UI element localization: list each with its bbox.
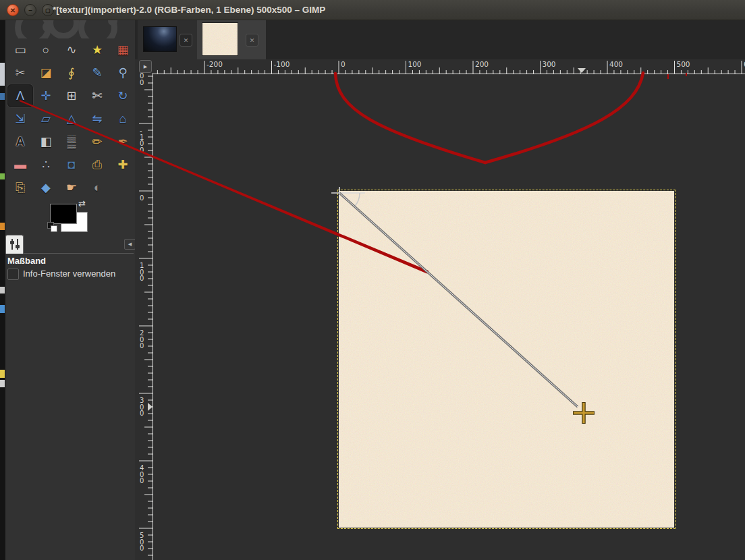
svg-text:0: 0 (140, 79, 144, 86)
select-by-color-icon: ▦ (117, 43, 128, 57)
tool-airbrush[interactable]: ∴ (33, 153, 59, 176)
rotate-icon: ↻ (117, 88, 128, 103)
svg-text:400: 400 (609, 60, 623, 68)
scissors-select-icon: ✂ (15, 65, 25, 80)
tool-options-title: Maßband (7, 256, 46, 266)
tool-options-tab[interactable] (5, 235, 24, 254)
tool-shear[interactable]: ▱ (33, 107, 59, 130)
dock-collapse-button[interactable]: ◀ (124, 239, 136, 250)
foreground-select-icon: ◪ (40, 65, 51, 80)
tool-grid: ▭○∿★▦✂◪∮✎⚲Λ✛⊞✄↻⇲▱△⇋⌂A◧▒✏✒▬∴◘⎙✚⎘◆☛◐ (7, 38, 136, 199)
image-thumbnail-texture (202, 23, 238, 55)
tool-eraser[interactable]: ▬ (7, 153, 33, 176)
tool-measure[interactable]: Λ (7, 84, 33, 107)
tool-ellipse-select[interactable]: ○ (33, 38, 59, 61)
svg-text:300: 300 (543, 60, 556, 68)
tool-color-picker[interactable]: ✎ (84, 61, 110, 84)
bucket-fill-icon: ◧ (40, 134, 51, 149)
paths-icon: ∮ (68, 65, 74, 80)
svg-text:-100: -100 (274, 60, 290, 68)
close-tab-icon[interactable]: ✕ (246, 34, 258, 47)
horizontal-ruler[interactable]: -200-1000100200300400500600 (153, 59, 745, 74)
text-icon: A (16, 135, 25, 149)
wilber-logo (5, 20, 131, 38)
dodge-burn-icon: ◐ (94, 181, 101, 195)
image-tab-dark-scene[interactable]: ✕ (138, 20, 197, 59)
vertical-ruler[interactable]: 00-1000100200300400500 (135, 73, 153, 560)
move-icon: ✛ (40, 88, 51, 103)
ink-icon: ◘ (68, 158, 76, 172)
eraser-icon: ▬ (14, 158, 26, 172)
measure-icon: Λ (16, 89, 24, 103)
svg-text:0: 0 (140, 477, 144, 484)
svg-text:0: 0 (140, 275, 144, 282)
foreground-color-swatch[interactable] (50, 204, 77, 224)
tool-paths[interactable]: ∮ (59, 61, 84, 84)
flip-icon: ⇋ (92, 111, 102, 126)
tool-scissors-select[interactable]: ✂ (7, 61, 33, 84)
gimp-window: ✕ – ▢ *[textur](importiert)-2.0 (RGB-Far… (0, 0, 745, 560)
close-tab-icon[interactable]: ✕ (180, 34, 192, 47)
tool-crop[interactable]: ✄ (84, 84, 110, 107)
align-icon: ⊞ (66, 88, 76, 103)
zoom-icon: ⚲ (118, 65, 127, 80)
tool-move[interactable]: ✛ (33, 84, 59, 107)
svg-text:-200: -200 (206, 60, 223, 68)
tool-perspective-clone[interactable]: ⎘ (7, 176, 33, 199)
tool-foreground-select[interactable]: ◪ (33, 61, 59, 84)
tool-text[interactable]: A (7, 130, 33, 153)
tool-ink[interactable]: ◘ (59, 153, 84, 176)
image-thumbnail-dark-scene (144, 27, 176, 51)
tool-flip[interactable]: ⇋ (84, 107, 110, 130)
perspective-icon: △ (67, 111, 76, 126)
tool-select-by-color[interactable]: ▦ (110, 38, 136, 61)
reset-colors-icon[interactable] (47, 222, 58, 233)
tool-options-dock: ◀ Maßband Info-Fenster verwenden (5, 233, 135, 314)
svg-text:0: 0 (140, 410, 144, 417)
canvas-image[interactable] (338, 190, 675, 528)
tool-heal[interactable]: ✚ (110, 153, 136, 176)
pencil-icon: ✏ (92, 134, 102, 149)
free-select-icon: ∿ (66, 43, 76, 57)
ruler-origin-button[interactable]: ▶ (139, 60, 152, 73)
background-window-edge (0, 20, 5, 560)
info-window-checkbox-label: Info-Fenster verwenden (23, 269, 115, 279)
tool-rotate[interactable]: ↻ (110, 84, 136, 107)
tool-dodge-burn[interactable]: ◐ (84, 176, 110, 199)
svg-text:0: 0 (341, 60, 346, 68)
tool-free-select[interactable]: ∿ (59, 38, 84, 61)
crop-icon: ✄ (92, 88, 102, 103)
color-picker-icon: ✎ (92, 65, 102, 80)
info-window-checkbox[interactable] (7, 269, 19, 280)
image-tab-texture[interactable]: ✕ (197, 20, 266, 59)
tool-zoom[interactable]: ⚲ (110, 61, 136, 84)
svg-text:100: 100 (408, 60, 422, 68)
window-close-button[interactable]: ✕ (7, 4, 19, 16)
swap-colors-icon[interactable]: ⇄ (78, 198, 86, 208)
tool-gradient[interactable]: ▒ (59, 130, 84, 153)
image-tab-strip: ✕ ✕ (135, 20, 745, 59)
svg-text:200: 200 (475, 60, 489, 68)
tool-cage-transform[interactable]: ⌂ (110, 107, 136, 130)
svg-text:0: 0 (140, 342, 144, 349)
tool-fuzzy-select[interactable]: ★ (84, 38, 110, 61)
tool-clone[interactable]: ⎙ (84, 153, 110, 176)
cage-transform-icon: ⌂ (119, 112, 127, 126)
tool-align[interactable]: ⊞ (59, 84, 84, 107)
tool-smudge[interactable]: ☛ (59, 176, 84, 199)
tool-scale[interactable]: ⇲ (7, 107, 33, 130)
smudge-icon: ☛ (66, 180, 77, 195)
titlebar[interactable]: ✕ – ▢ *[textur](importiert)-2.0 (RGB-Far… (0, 0, 745, 20)
heal-icon: ✚ (117, 157, 128, 172)
tool-blur-sharpen[interactable]: ◆ (33, 176, 59, 199)
svg-text:0: 0 (140, 544, 144, 552)
tool-rectangle-select[interactable]: ▭ (7, 38, 33, 61)
perspective-clone-icon: ⎘ (16, 181, 25, 195)
tool-paintbrush[interactable]: ✒ (110, 130, 136, 153)
tool-perspective[interactable]: △ (59, 107, 84, 130)
tool-bucket-fill[interactable]: ◧ (33, 130, 59, 153)
svg-text:500: 500 (677, 60, 690, 68)
tool-pencil[interactable]: ✏ (84, 130, 110, 153)
dock-separator (24, 253, 134, 254)
window-minimize-button[interactable]: – (24, 4, 36, 16)
